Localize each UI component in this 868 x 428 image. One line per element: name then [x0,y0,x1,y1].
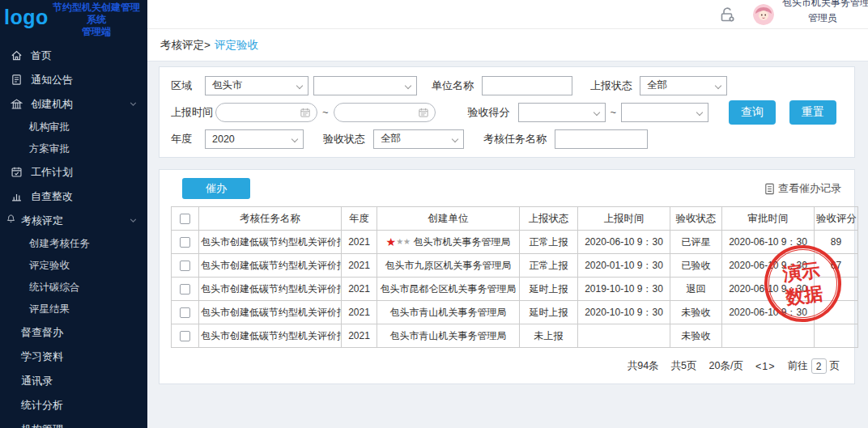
region2-select[interactable] [313,76,417,95]
cell-approve-time [722,324,815,348]
user-org-name: 包头市机关事务管理局 [782,0,863,10]
region-label: 区域 [171,78,205,93]
sidebar-item-1[interactable]: 通知公告 [0,68,147,92]
query-button[interactable]: 查询 [729,100,776,125]
cell-report-time [578,324,670,348]
report-time-to-input[interactable] [334,103,436,122]
cell-report-status: 未上报 [520,324,578,348]
sidebar-item-5[interactable]: 考核评定 [0,209,147,233]
report-time-from-input[interactable] [215,103,317,122]
cell-create-unit: 包头市青山机关事务管理局 [377,324,520,348]
col-year: 年度 [342,207,377,231]
cell-score [815,324,858,348]
cell-score: 67 [815,254,858,278]
pagination-goto: 前往 2 页 [788,358,840,374]
goto-page-input[interactable]: 2 [811,358,827,374]
score-to-select[interactable] [621,103,708,122]
accept-status-select[interactable]: 全部 [373,129,464,149]
sidebar-item-4[interactable]: 自查整改 [0,184,147,209]
col-score: 验收评分 [815,207,858,231]
chart-icon [11,190,23,203]
cell-report-status: 正常上报 [520,254,578,278]
sidebar-item-8[interactable]: 通讯录 [0,369,147,393]
cell-approve-time: 2020-06-10 9：30 [722,231,815,254]
row-checkbox[interactable] [180,307,190,318]
sidebar-subitem[interactable]: 统计碳综合 [0,277,147,299]
year-select[interactable]: 2020 [205,129,304,149]
row-checkbox[interactable] [180,331,190,341]
view-urge-records-link[interactable]: 查看催办记录 [764,181,843,196]
breadcrumb-parent[interactable]: 考核评定> [160,38,211,53]
col-create-unit: 创建单位 [377,207,520,231]
range-separator: ~ [322,106,329,118]
sidebar: logo 节约型机关创建管理系统 管理端 首页通知公告创建机构机构审批方案审批工… [0,0,147,428]
task-name-input[interactable] [555,129,648,149]
cell-accept-status: 未验收 [670,301,722,324]
breadcrumb-current: 评定验收 [215,38,258,53]
app-title-line1: 节约型机关创建管理系统 [49,2,144,26]
cell-report-status: 延时上报 [520,301,578,324]
cell-task-name: 包头市创建低碳节约型机关评价指标 [199,301,342,324]
chevron-down-icon [129,99,138,111]
table-row-2: 包头市创建低碳节约型机关评价指标2021包头市昆都仑区机关事务管理局延时上报20… [172,278,858,301]
logo: logo [4,3,49,36]
sidebar-item-label: 学习资料 [21,350,63,364]
pagination-per-page[interactable]: 20条/页 [709,359,743,373]
select-all-cell [172,207,199,231]
sidebar-subitem[interactable]: 评定验收 [0,255,147,277]
accept-status-label: 验收状态 [323,132,365,146]
report-status-select[interactable]: 全部 [640,76,727,95]
pagination-nav[interactable]: <1> [755,361,776,372]
bell-icon [6,213,16,227]
reset-button[interactable]: 重置 [789,100,836,125]
user-avatar[interactable] [753,4,774,25]
lock-settings-icon[interactable] [717,5,737,24]
chevron-down-icon [593,108,599,115]
sidebar-subitem[interactable]: 评星结果 [0,299,147,320]
urge-button[interactable]: 催办 [182,178,250,199]
cell-task-name: 包头市创建低碳节约型机关评价指标 [199,231,342,254]
sidebar-item-label: 机构管理 [21,422,63,428]
select-all-checkbox[interactable] [180,214,190,224]
sidebar-item-7[interactable]: 学习资料 [0,345,147,369]
document-icon [764,183,776,195]
cell-create-unit: 包头市青山机关事务管理局 [377,301,520,324]
table-row-4: 包头市创建低碳节约型机关评价指标2021包头市青山机关事务管理局未上报未验收 [172,324,858,348]
row-checkbox[interactable] [180,261,190,271]
sidebar-subitem[interactable]: 机构审批 [0,117,147,138]
sidebar-menu: 首页通知公告创建机构机构审批方案审批工作计划自查整改考核评定创建考核任务评定验收… [0,36,147,428]
sidebar-item-label: 通讯录 [21,374,53,388]
sidebar-item-3[interactable]: 工作计划 [0,160,147,184]
score-from-select[interactable] [518,103,606,122]
region-select[interactable]: 包头市 [205,76,308,95]
sidebar-item-10[interactable]: 机构管理 [0,417,147,428]
sidebar-item-label: 创建机构 [31,97,73,112]
sidebar-subitem[interactable]: 创建考核任务 [0,233,147,255]
view-urge-records-label: 查看催办记录 [778,181,841,196]
filter-panel: 区域 包头市 单位名称 上报状态 全部 上报时间 ~ [159,66,855,158]
chevron-down-icon [715,82,721,88]
col-accept-status: 验收状态 [670,207,722,231]
sidebar-item-0[interactable]: 首页 [0,44,147,68]
user-role: 管理员 [782,11,863,25]
sidebar-item-6[interactable]: 督查督办 [0,320,147,345]
cell-task-name: 包头市创建低碳节约型机关评价指标 [199,324,342,348]
cell-task-name: 包头市创建低碳节约型机关评价指标 [199,254,342,278]
star-icon: ★ [386,235,397,248]
cell-create-unit: ★★★ 包头市机关事务管理局 [377,231,520,254]
col-approve-time: 审批时间 [722,207,815,231]
row-checkbox[interactable] [180,284,190,295]
unit-name-input[interactable] [482,76,572,95]
cell-report-time: 2019-10-10 9：30 [578,278,670,301]
row-checkbox[interactable] [180,237,190,248]
cell-report-time: 2020-06-10 9：30 [578,231,670,254]
cell-create-unit: 包头市昆都仑区机关事务管理局 [377,278,520,301]
goto-label: 前往 [788,359,808,373]
table-row-3: 包头市创建低碳节约型机关评价指标2021包头市青山机关事务管理局延时上报2020… [172,301,858,324]
sidebar-subitem[interactable]: 方案审批 [0,138,147,160]
sidebar-item-9[interactable]: 统计分析 [0,393,147,417]
table-row-0: 包头市创建低碳节约型机关评价指标2021★★★ 包头市机关事务管理局正常上报20… [172,231,858,254]
sidebar-item-2[interactable]: 创建机构 [0,92,147,117]
user-info[interactable]: 包头市机关事务管理局 管理员 [782,0,863,25]
col-report-status: 上报状态 [520,207,578,231]
